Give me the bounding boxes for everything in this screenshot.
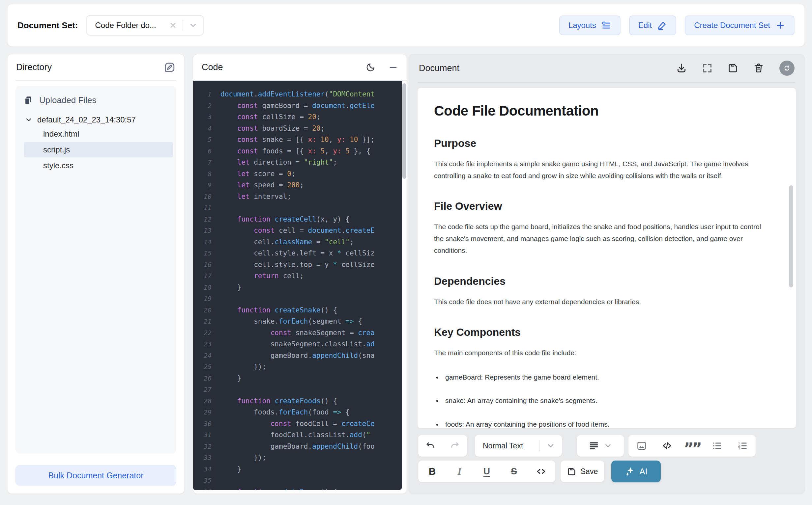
collapse-button[interactable] xyxy=(388,62,398,72)
document-scrollbar-thumb[interactable] xyxy=(789,185,793,287)
numbered-list-button[interactable]: 123 xyxy=(731,435,754,457)
alignment-select[interactable] xyxy=(577,435,624,457)
code-line: 25 }); xyxy=(193,361,402,373)
download-button[interactable] xyxy=(676,62,687,74)
align-left-icon xyxy=(589,441,599,451)
bold-button[interactable]: B xyxy=(419,461,446,482)
code-header: Code xyxy=(193,54,407,80)
chevron-down-icon[interactable] xyxy=(546,441,555,450)
line-number: 35 xyxy=(193,476,212,484)
edit-button[interactable]: Edit xyxy=(629,15,676,35)
code-title: Code xyxy=(202,62,223,72)
code-line: 19 xyxy=(193,293,402,305)
code-line: 5 const snake = [{ x: 10, y: 10 }]; xyxy=(193,134,402,146)
bullet-list-icon xyxy=(712,441,722,451)
save-button[interactable]: Save xyxy=(561,461,604,482)
chevron-down-icon[interactable] xyxy=(25,116,33,124)
line-number: 6 xyxy=(193,147,212,155)
inline-code-button[interactable] xyxy=(528,461,554,482)
text-format-value: Normal Text xyxy=(483,442,523,450)
layouts-button[interactable]: Layouts xyxy=(559,15,620,35)
editor-toolbar-row-1: Normal Text ”” 123 xyxy=(418,435,756,457)
plus-icon xyxy=(776,20,785,30)
pencil-square-icon xyxy=(164,61,176,73)
edit-label: Edit xyxy=(638,21,652,30)
chevron-down-icon[interactable] xyxy=(189,21,198,30)
redo-icon xyxy=(450,441,460,451)
code-line: 29 foods.forEach(food => { xyxy=(193,406,402,418)
line-number: 17 xyxy=(193,272,212,280)
code-panel: Code 1document.addEventListener("DOMCont… xyxy=(193,54,407,494)
code-editor[interactable]: 1document.addEventListener("DOMContent2 … xyxy=(193,80,402,490)
code-block-button[interactable] xyxy=(655,435,679,457)
document-set-label: Document Set: xyxy=(17,20,78,31)
undo-icon xyxy=(426,441,435,451)
chevron-down-icon[interactable] xyxy=(604,442,612,450)
theme-toggle-button[interactable] xyxy=(366,62,376,72)
insert-image-button[interactable] xyxy=(630,435,654,457)
line-number: 22 xyxy=(193,329,212,337)
strikethrough-button[interactable]: S xyxy=(501,461,527,482)
layouts-label: Layouts xyxy=(568,21,596,30)
line-number: 13 xyxy=(193,226,212,234)
code-line: 21 snake.forEach(segment => { xyxy=(193,316,402,327)
line-number: 7 xyxy=(193,158,212,166)
line-number: 31 xyxy=(193,431,212,439)
doc-paragraph: This code file does not have any externa… xyxy=(434,296,767,308)
regenerate-button[interactable] xyxy=(779,60,795,76)
redo-button[interactable] xyxy=(443,435,467,457)
line-number: 28 xyxy=(193,397,212,405)
code-line: 33 }); xyxy=(193,452,402,464)
document-set-value: Code Folder do... xyxy=(95,21,169,30)
save-document-button[interactable] xyxy=(727,62,738,74)
moon-icon xyxy=(366,62,376,72)
close-icon[interactable] xyxy=(169,21,177,30)
underline-button[interactable]: U xyxy=(474,461,500,482)
code-line: 23 snakeSegment.classList.ad xyxy=(193,338,402,350)
italic-button[interactable]: I xyxy=(446,461,473,482)
document-page[interactable]: Code File Documentation PurposeThis code… xyxy=(418,88,796,428)
file-item-index.html[interactable]: index.html xyxy=(24,126,173,142)
document-title: Document xyxy=(419,63,459,73)
bullet-list-button[interactable] xyxy=(705,435,729,457)
download-icon xyxy=(676,62,687,74)
directory-edit-button[interactable] xyxy=(164,61,176,73)
file-item-script.js[interactable]: script.js xyxy=(24,142,173,157)
code-line: 31 foodCell.classList.add(" xyxy=(193,429,402,441)
code-line: 32 gameBoard.appendChild(foo xyxy=(193,441,402,452)
doc-paragraph: The main components of this code file in… xyxy=(434,347,767,359)
text-format-select[interactable]: Normal Text xyxy=(475,435,562,457)
doc-paragraph: The code file sets up the game board, in… xyxy=(434,221,767,257)
document-set-select[interactable]: Code Folder do... xyxy=(86,15,204,35)
undo-button[interactable] xyxy=(418,435,443,457)
code-scrollbar-thumb[interactable] xyxy=(402,83,406,179)
code-line: 24 gameBoard.appendChild(sna xyxy=(193,350,402,361)
delete-button[interactable] xyxy=(753,62,764,74)
insert-group: ”” 123 xyxy=(628,435,756,457)
code-line: 22 const snakeSegment = crea xyxy=(193,327,402,339)
doc-body: PurposeThis code file implements a simpl… xyxy=(434,137,767,428)
folder-item[interactable]: default_24_02_23_14:30:57 xyxy=(23,115,176,125)
code-line: 3 const cellSize = 20; xyxy=(193,111,402,123)
blockquote-button[interactable]: ”” xyxy=(680,435,704,457)
file-item-style.css[interactable]: style.css xyxy=(24,158,173,173)
bulk-document-generator-button[interactable]: Bulk Document Generator xyxy=(15,465,176,486)
ai-button[interactable]: AI xyxy=(611,461,661,482)
fullscreen-button[interactable] xyxy=(702,62,713,74)
line-number: 4 xyxy=(193,125,212,132)
line-number: 23 xyxy=(193,340,212,348)
code-line: 1document.addEventListener("DOMContent xyxy=(193,89,402,100)
code-line: 20 function createSnake() { xyxy=(193,305,402,316)
code-line: 18 } xyxy=(193,282,402,293)
directory-header: Directory xyxy=(8,54,184,80)
code-line: 35 xyxy=(193,475,402,486)
create-document-set-button[interactable]: Create Document Set xyxy=(685,15,795,35)
numbered-list-icon: 123 xyxy=(737,441,748,451)
line-number: 26 xyxy=(193,374,212,382)
code-scrollbar[interactable] xyxy=(402,82,406,490)
file-tree: Uploaded Files default_24_02_23_14:30:57… xyxy=(15,86,176,453)
document-separator xyxy=(418,82,795,82)
select-divider xyxy=(183,20,183,31)
line-number: 3 xyxy=(193,113,212,121)
create-document-set-label: Create Document Set xyxy=(694,21,770,30)
